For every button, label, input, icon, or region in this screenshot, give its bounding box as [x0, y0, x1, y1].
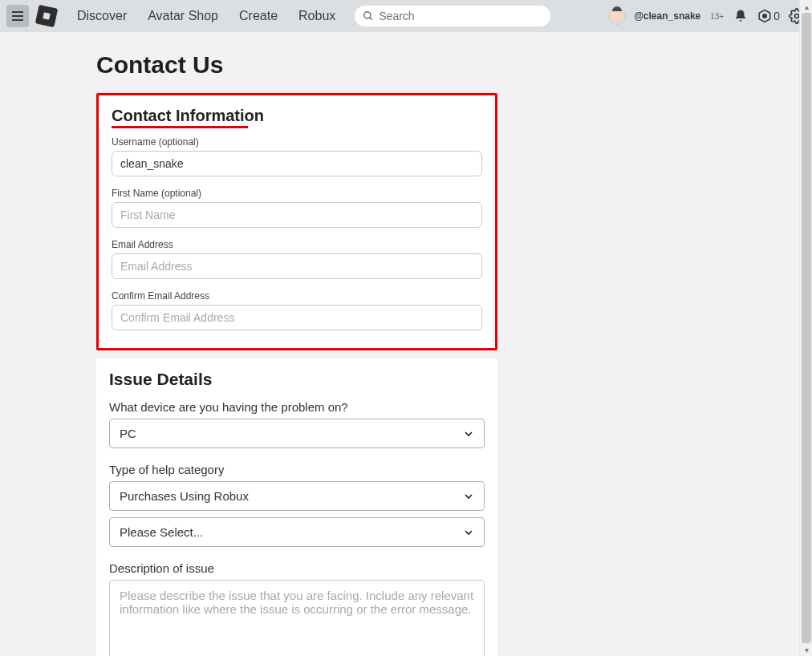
- nav-link-discover[interactable]: Discover: [77, 9, 127, 23]
- username-input[interactable]: [112, 151, 482, 176]
- svg-point-3: [763, 14, 767, 18]
- category-select[interactable]: Purchases Using Robux: [109, 481, 485, 511]
- confirm-email-input[interactable]: [112, 305, 482, 330]
- nav-link-avatar-shop[interactable]: Avatar Shop: [148, 9, 218, 23]
- age-badge: 13+: [710, 12, 724, 21]
- description-label: Description of issue: [109, 561, 485, 575]
- issue-details-heading: Issue Details: [109, 370, 212, 389]
- roblox-logo-icon[interactable]: [33, 2, 59, 29]
- scroll-up-icon[interactable]: ▴: [800, 0, 812, 13]
- email-input[interactable]: [112, 253, 482, 279]
- robux-icon: [757, 9, 772, 23]
- search-icon: [363, 10, 374, 22]
- robux-count: 0: [773, 10, 780, 22]
- menu-icon[interactable]: [6, 5, 29, 27]
- nav-link-robux[interactable]: Robux: [298, 9, 335, 23]
- firstname-input[interactable]: [112, 202, 482, 228]
- avatar[interactable]: [608, 7, 626, 25]
- search-input[interactable]: [379, 10, 542, 22]
- username-label: Username (optional): [112, 136, 482, 148]
- user-cluster: @clean_snake 13+ 0: [608, 7, 806, 25]
- category-label: Type of help category: [109, 463, 485, 476]
- device-select[interactable]: PC: [109, 419, 485, 448]
- top-nav: Discover Avatar Shop Create Robux @clean…: [0, 0, 812, 32]
- notifications-icon[interactable]: [732, 7, 749, 25]
- firstname-label: First Name (optional): [112, 188, 482, 199]
- username[interactable]: @clean_snake: [634, 10, 700, 22]
- svg-line-1: [370, 18, 372, 20]
- issue-details-card: Issue Details What device are you having…: [96, 358, 497, 656]
- svg-point-4: [795, 14, 799, 18]
- contact-info-heading: Contact Information: [112, 107, 264, 125]
- confirm-email-label: Confirm Email Address: [112, 290, 482, 302]
- subcategory-select[interactable]: Please Select...: [109, 517, 485, 547]
- device-label: What device are you having the problem o…: [109, 400, 485, 414]
- main-content: Contact Us Contact Information Username …: [0, 32, 799, 656]
- email-label: Email Address: [112, 239, 482, 250]
- scrollbar[interactable]: ▴ ▾: [799, 0, 812, 656]
- nav-link-create[interactable]: Create: [239, 9, 278, 23]
- contact-info-card: Contact Information Username (optional) …: [96, 93, 497, 350]
- search-box[interactable]: [355, 6, 550, 26]
- page-title: Contact Us: [96, 51, 799, 79]
- scroll-thumb[interactable]: [802, 13, 811, 643]
- robux-balance[interactable]: 0: [757, 9, 780, 23]
- nav-links: Discover Avatar Shop Create Robux: [77, 9, 335, 23]
- scroll-down-icon[interactable]: ▾: [800, 643, 812, 656]
- description-textarea[interactable]: [109, 580, 485, 656]
- svg-point-0: [364, 12, 371, 18]
